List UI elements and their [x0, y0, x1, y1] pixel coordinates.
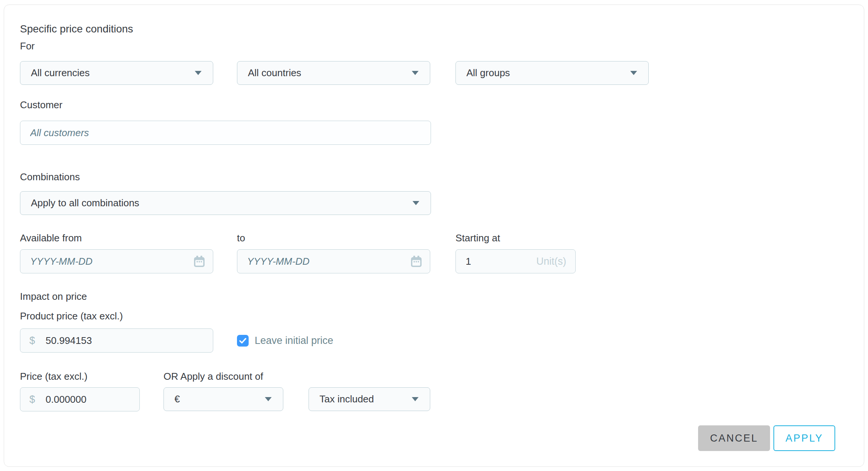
- leave-initial-price-checkbox[interactable]: Leave initial price: [237, 335, 333, 347]
- available-to-date-field[interactable]: [237, 249, 430, 273]
- product-price-label: Product price (tax excl.): [20, 311, 848, 321]
- available-to-input[interactable]: [237, 249, 430, 273]
- product-price-input[interactable]: [46, 329, 213, 352]
- combinations-select[interactable]: Apply to all combinations: [20, 191, 431, 215]
- starting-at-label: Starting at: [455, 233, 576, 243]
- available-from-label: Available from: [20, 233, 213, 243]
- customer-label: Customer: [20, 100, 848, 110]
- chevron-down-icon: [265, 397, 272, 401]
- available-from-date-field[interactable]: [20, 249, 213, 273]
- discount-unit-select[interactable]: €: [164, 387, 283, 411]
- checkbox-checked[interactable]: [237, 335, 249, 347]
- tax-select[interactable]: Tax included: [309, 387, 430, 411]
- discount-label: OR Apply a discount of: [164, 371, 263, 382]
- for-label: For: [20, 41, 848, 51]
- to-label: to: [237, 233, 430, 243]
- price-input[interactable]: [46, 388, 139, 411]
- group-select[interactable]: All groups: [455, 61, 649, 85]
- tax-select-value: Tax included: [319, 393, 412, 405]
- starting-at-input[interactable]: [456, 250, 536, 273]
- chevron-down-icon: [412, 71, 419, 75]
- discount-unit-value: €: [174, 393, 265, 405]
- combinations-select-value: Apply to all combinations: [31, 197, 413, 209]
- combinations-label: Combinations: [20, 172, 848, 182]
- price-label: Price (tax excl.): [20, 371, 140, 382]
- chevron-down-icon: [195, 71, 202, 75]
- specific-price-panel: Specific price conditions For All curren…: [4, 5, 864, 467]
- available-from-input[interactable]: [20, 249, 213, 273]
- currency-select[interactable]: All currencies: [20, 61, 213, 85]
- impact-on-price-label: Impact on price: [20, 291, 848, 302]
- chevron-down-icon: [413, 201, 419, 205]
- product-price-field[interactable]: $: [20, 328, 213, 353]
- customer-input[interactable]: [20, 121, 431, 145]
- price-field[interactable]: $: [20, 387, 140, 411]
- group-select-value: All groups: [466, 67, 630, 79]
- country-select-value: All countries: [248, 67, 412, 79]
- panel-title: Specific price conditions: [20, 23, 848, 35]
- currency-prefix: $: [20, 335, 46, 347]
- chevron-down-icon: [412, 397, 419, 401]
- currency-select-value: All currencies: [31, 67, 195, 79]
- unit-suffix: Unit(s): [536, 256, 576, 267]
- check-icon: [239, 338, 246, 344]
- currency-prefix: $: [20, 394, 46, 405]
- chevron-down-icon: [630, 71, 637, 75]
- starting-at-field[interactable]: Unit(s): [455, 249, 576, 273]
- apply-button[interactable]: APPLY: [773, 425, 835, 451]
- country-select[interactable]: All countries: [237, 61, 430, 85]
- cancel-button[interactable]: CANCEL: [698, 425, 770, 451]
- leave-initial-price-label: Leave initial price: [255, 335, 333, 347]
